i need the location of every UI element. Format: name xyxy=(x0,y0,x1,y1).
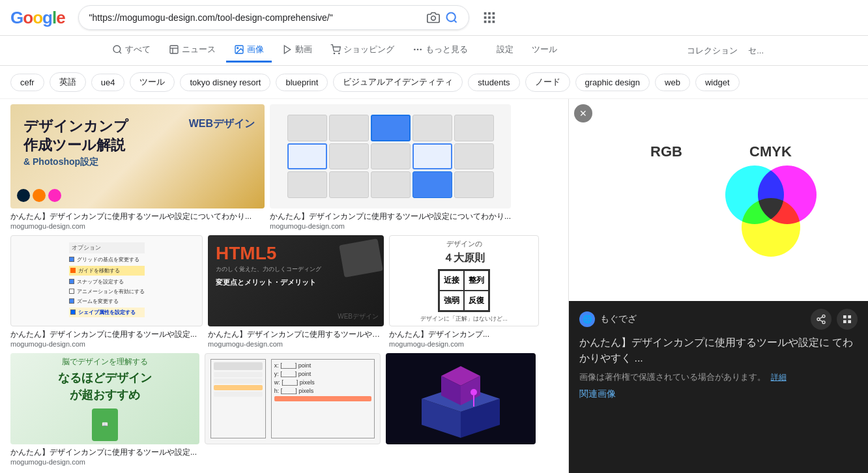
svg-point-12 xyxy=(113,46,121,53)
camera-icon[interactable] xyxy=(427,11,440,24)
cmyk-label: CMYK xyxy=(749,143,792,160)
search-bar[interactable] xyxy=(78,5,469,30)
img-caption: かんたん】デザインカンプに使用するツールや設定についてわかり... xyxy=(10,211,265,222)
grid-row-3: 脳でデザインを理解する なるほどデザインが超おすすめ 📖 かんたん】デザインカン… xyxy=(10,353,558,466)
nav-extra[interactable]: セ... xyxy=(748,45,764,57)
list-item[interactable]: デザインカンプ作成ツール解説 & Photoshop設定 WEBデザイン かんた… xyxy=(10,104,265,230)
rgb-blue-circle xyxy=(654,198,712,257)
svg-point-0 xyxy=(431,16,435,21)
grid-row-1: デザインカンプ作成ツール解説 & Photoshop設定 WEBデザイン かんた… xyxy=(10,104,558,230)
nav-shopping[interactable]: ショッピング xyxy=(323,38,402,63)
chip-node[interactable]: ノード xyxy=(525,72,570,92)
svg-point-18 xyxy=(237,48,239,49)
svg-rect-40 xyxy=(843,320,846,323)
svg-line-13 xyxy=(119,51,121,53)
svg-point-22 xyxy=(414,49,416,51)
chips-bar: cefr 英語 ue4 ツール tokyo disney resort blue… xyxy=(0,66,868,99)
html5-heading: HTML5 xyxy=(216,243,276,264)
header: Google xyxy=(0,0,868,36)
list-item[interactable]: かんたん】デザインカンプに使用するツールや設定についてわかり... mogumo… xyxy=(270,104,511,230)
more-button[interactable] xyxy=(837,309,858,330)
panel-image: ✕ RGB CMYK xyxy=(569,99,868,301)
search-input[interactable] xyxy=(89,12,422,23)
source-name: もぐでざ xyxy=(600,313,637,325)
panel-info: 🌐 もぐでざ xyxy=(569,301,868,473)
rgb-circles xyxy=(621,165,712,257)
panel-title: かんたん】デザインカンプに使用するツールや設定に てわかりやすく ... xyxy=(579,335,858,366)
close-button[interactable]: ✕ xyxy=(574,104,592,122)
svg-rect-9 xyxy=(484,21,486,23)
chip-visual-identity[interactable]: ビジュアルアイデンティティ xyxy=(333,72,463,92)
chip-ue4[interactable]: ue4 xyxy=(91,74,125,91)
chip-students[interactable]: students xyxy=(468,74,519,91)
panel-actions xyxy=(811,309,858,330)
svg-rect-6 xyxy=(484,16,486,19)
svg-rect-11 xyxy=(492,21,495,23)
google-logo[interactable]: Google xyxy=(10,8,65,28)
chip-cefr[interactable]: cefr xyxy=(10,74,44,91)
nav-right: コレクション セ... xyxy=(687,45,764,57)
nav-tools-label: ツール xyxy=(532,44,557,55)
nav-news[interactable]: ニュース xyxy=(161,38,224,63)
chip-blueprint[interactable]: blueprint xyxy=(276,74,328,91)
list-item[interactable]: HTML5 カのしく覚えた、力のしくコーディング 変更点とメリット・デメリット … xyxy=(208,235,384,348)
chip-english[interactable]: 英語 xyxy=(50,72,86,92)
svg-line-2 xyxy=(454,20,456,23)
svg-point-1 xyxy=(446,13,455,22)
image-grid: デザインカンプ作成ツール解説 & Photoshop設定 WEBデザイン かんた… xyxy=(0,99,568,473)
main-content: デザインカンプ作成ツール解説 & Photoshop設定 WEBデザイン かんた… xyxy=(0,99,868,473)
svg-point-35 xyxy=(822,321,825,324)
search-icon[interactable] xyxy=(445,11,458,24)
related-images-button[interactable]: 関連画像 xyxy=(579,388,858,400)
svg-rect-10 xyxy=(488,21,491,23)
chip-web[interactable]: web xyxy=(655,74,690,91)
nav-videos[interactable]: 動画 xyxy=(274,38,320,63)
chip-widget[interactable]: widget xyxy=(695,74,740,91)
cmyk-yellow-circle xyxy=(742,198,800,257)
panel-description: 画像は著作権で保護されている場合があります。 詳細 xyxy=(579,371,858,383)
svg-rect-4 xyxy=(488,12,491,15)
img-caption: かんたん】デザインカンプに使用するツールや設定... xyxy=(10,447,199,458)
nav-images-label: 画像 xyxy=(247,44,264,55)
img-source: mogumogu-design.com xyxy=(10,340,203,348)
nav-settings[interactable]: 設定 xyxy=(489,38,521,63)
svg-point-33 xyxy=(822,315,825,317)
rgb-model: RGB xyxy=(621,143,712,257)
chip-graphic-design[interactable]: graphic design xyxy=(575,74,650,91)
detail-link[interactable]: 詳細 xyxy=(771,373,787,382)
globe-icon: 🌐 xyxy=(579,311,595,327)
list-item[interactable]: 脳でデザインを理解する なるほどデザインが超おすすめ 📖 かんたん】デザインカン… xyxy=(10,353,199,466)
rgb-label: RGB xyxy=(650,143,682,160)
nav-collection[interactable]: コレクション xyxy=(687,45,738,57)
apps-icon[interactable] xyxy=(482,10,497,25)
cmyk-circles xyxy=(725,165,817,257)
nav-tools[interactable]: ツール xyxy=(524,38,565,63)
list-item[interactable]: オプション グリッドの基点を変更する ガイドを移動する スナップを設定する アニ… xyxy=(10,235,203,348)
cmyk-model: CMYK xyxy=(725,143,817,257)
chip-tool[interactable]: ツール xyxy=(130,72,175,92)
nav-images[interactable]: 画像 xyxy=(226,38,272,63)
img-source: mogumogu-design.com xyxy=(10,458,199,466)
grid-row-2: オプション グリッドの基点を変更する ガイドを移動する スナップを設定する アニ… xyxy=(10,235,558,348)
svg-point-20 xyxy=(334,53,334,53)
list-item[interactable]: デザインの ４大原則 近接 整列 強弱 反復 デザインに「正解」はないけど...… xyxy=(389,235,539,348)
nav-more-label: もっと見る xyxy=(426,44,468,55)
svg-rect-5 xyxy=(492,12,495,15)
svg-rect-38 xyxy=(843,315,846,319)
nav-more[interactable]: もっと見る xyxy=(405,38,476,63)
list-item[interactable] xyxy=(386,353,536,466)
svg-rect-8 xyxy=(492,16,495,19)
nav-all[interactable]: すべて xyxy=(104,38,158,63)
chip-tokyo-disney[interactable]: tokyo disney resort xyxy=(180,74,270,91)
svg-line-37 xyxy=(820,317,823,319)
svg-marker-19 xyxy=(284,46,290,53)
img-caption: かんたん】デザインカンプ... xyxy=(389,329,539,340)
list-item[interactable]: x: [____] point y: [____] point w: [____… xyxy=(205,353,381,466)
svg-rect-14 xyxy=(170,46,178,53)
nav-bar: すべて ニュース 画像 動画 ショッピング もっと見る 設定 ツール コレクショ… xyxy=(0,36,868,66)
svg-rect-3 xyxy=(484,12,486,15)
nav-videos-label: 動画 xyxy=(295,44,312,55)
nav-news-label: ニュース xyxy=(182,44,216,55)
svg-point-34 xyxy=(817,318,820,321)
share-button[interactable] xyxy=(811,309,832,330)
